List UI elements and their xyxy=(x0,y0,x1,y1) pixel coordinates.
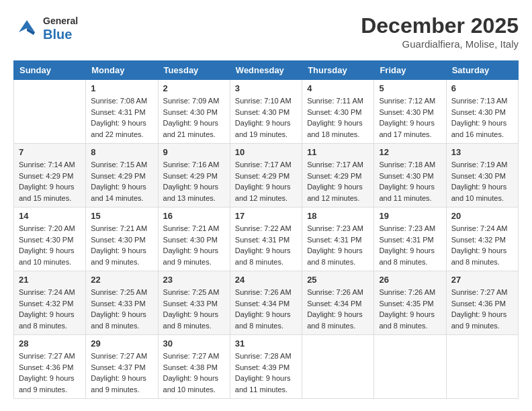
day-info: Sunrise: 7:10 AMSunset: 4:30 PMDaylight:… xyxy=(235,95,297,140)
calendar-cell: 3Sunrise: 7:10 AMSunset: 4:30 PMDaylight… xyxy=(230,80,302,144)
day-info: Sunrise: 7:22 AMSunset: 4:31 PMDaylight:… xyxy=(235,223,297,267)
day-info: Sunrise: 7:26 AMSunset: 4:34 PMDaylight:… xyxy=(307,287,369,331)
day-info: Sunrise: 7:24 AMSunset: 4:32 PMDaylight:… xyxy=(19,287,81,331)
calendar-cell: 5Sunrise: 7:12 AMSunset: 4:30 PMDaylight… xyxy=(374,80,446,144)
weekday-header: Wednesday xyxy=(230,61,302,80)
day-info: Sunrise: 7:23 AMSunset: 4:31 PMDaylight:… xyxy=(307,223,369,267)
calendar-cell: 9Sunrise: 7:16 AMSunset: 4:29 PMDaylight… xyxy=(158,144,230,208)
calendar-table: SundayMondayTuesdayWednesdayThursdayFrid… xyxy=(13,60,519,399)
calendar-cell xyxy=(446,335,518,399)
calendar-cell: 31Sunrise: 7:28 AMSunset: 4:39 PMDayligh… xyxy=(230,335,302,399)
day-number: 1 xyxy=(91,83,152,93)
calendar-cell: 4Sunrise: 7:11 AMSunset: 4:30 PMDaylight… xyxy=(302,80,374,144)
day-number: 13 xyxy=(451,147,513,157)
calendar-cell: 27Sunrise: 7:27 AMSunset: 4:36 PMDayligh… xyxy=(446,271,518,335)
calendar-cell: 8Sunrise: 7:15 AMSunset: 4:29 PMDaylight… xyxy=(86,144,158,208)
day-info: Sunrise: 7:19 AMSunset: 4:30 PMDaylight:… xyxy=(451,159,513,203)
calendar-cell xyxy=(374,335,446,399)
day-number: 29 xyxy=(91,338,152,349)
calendar-cell: 10Sunrise: 7:17 AMSunset: 4:29 PMDayligh… xyxy=(230,144,302,208)
day-number: 24 xyxy=(235,275,297,285)
weekday-header: Saturday xyxy=(446,61,518,80)
day-number: 31 xyxy=(235,338,297,349)
weekday-header: Tuesday xyxy=(158,61,230,80)
calendar-cell: 16Sunrise: 7:21 AMSunset: 4:30 PMDayligh… xyxy=(158,208,230,271)
weekday-header: Thursday xyxy=(302,61,374,80)
calendar-cell: 1Sunrise: 7:08 AMSunset: 4:31 PMDaylight… xyxy=(86,80,158,144)
day-info: Sunrise: 7:28 AMSunset: 4:39 PMDaylight:… xyxy=(235,351,297,395)
day-info: Sunrise: 7:08 AMSunset: 4:31 PMDaylight:… xyxy=(91,95,152,140)
calendar-cell: 29Sunrise: 7:27 AMSunset: 4:37 PMDayligh… xyxy=(86,335,158,399)
day-info: Sunrise: 7:13 AMSunset: 4:30 PMDaylight:… xyxy=(451,95,513,140)
day-number: 19 xyxy=(379,211,441,221)
calendar-cell: 25Sunrise: 7:26 AMSunset: 4:34 PMDayligh… xyxy=(302,271,374,335)
day-number: 17 xyxy=(235,211,297,221)
day-info: Sunrise: 7:26 AMSunset: 4:34 PMDaylight:… xyxy=(235,287,297,331)
calendar-cell: 28Sunrise: 7:27 AMSunset: 4:36 PMDayligh… xyxy=(14,335,86,399)
day-number: 30 xyxy=(163,338,225,349)
day-info: Sunrise: 7:17 AMSunset: 4:29 PMDaylight:… xyxy=(307,159,369,203)
logo-bird-icon xyxy=(13,13,40,44)
calendar-week-row: 14Sunrise: 7:20 AMSunset: 4:30 PMDayligh… xyxy=(14,208,519,271)
day-info: Sunrise: 7:23 AMSunset: 4:31 PMDaylight:… xyxy=(379,223,441,267)
calendar-cell: 23Sunrise: 7:25 AMSunset: 4:33 PMDayligh… xyxy=(158,271,230,335)
day-info: Sunrise: 7:21 AMSunset: 4:30 PMDaylight:… xyxy=(163,223,225,267)
day-number: 28 xyxy=(19,338,81,349)
day-info: Sunrise: 7:18 AMSunset: 4:30 PMDaylight:… xyxy=(379,159,441,203)
calendar-cell: 30Sunrise: 7:27 AMSunset: 4:38 PMDayligh… xyxy=(158,335,230,399)
logo-text: General Blue xyxy=(43,16,78,41)
day-info: Sunrise: 7:20 AMSunset: 4:30 PMDaylight:… xyxy=(19,223,81,267)
calendar-cell: 20Sunrise: 7:24 AMSunset: 4:32 PMDayligh… xyxy=(446,208,518,271)
day-number: 27 xyxy=(451,275,513,285)
day-info: Sunrise: 7:24 AMSunset: 4:32 PMDaylight:… xyxy=(451,223,513,267)
day-info: Sunrise: 7:15 AMSunset: 4:29 PMDaylight:… xyxy=(91,159,152,203)
day-number: 7 xyxy=(19,147,81,157)
day-info: Sunrise: 7:09 AMSunset: 4:30 PMDaylight:… xyxy=(163,95,225,140)
calendar-cell: 18Sunrise: 7:23 AMSunset: 4:31 PMDayligh… xyxy=(302,208,374,271)
day-number: 4 xyxy=(307,83,369,93)
day-info: Sunrise: 7:25 AMSunset: 4:33 PMDaylight:… xyxy=(91,287,152,331)
calendar-cell: 13Sunrise: 7:19 AMSunset: 4:30 PMDayligh… xyxy=(446,144,518,208)
day-info: Sunrise: 7:27 AMSunset: 4:36 PMDaylight:… xyxy=(19,351,81,395)
calendar-cell: 14Sunrise: 7:20 AMSunset: 4:30 PMDayligh… xyxy=(14,208,86,271)
day-info: Sunrise: 7:27 AMSunset: 4:36 PMDaylight:… xyxy=(451,287,513,331)
title-section: December 2025 Guardialfiera, Molise, Ita… xyxy=(361,13,519,50)
day-info: Sunrise: 7:27 AMSunset: 4:38 PMDaylight:… xyxy=(163,351,225,395)
calendar-week-row: 7Sunrise: 7:14 AMSunset: 4:29 PMDaylight… xyxy=(14,144,519,208)
calendar-cell: 19Sunrise: 7:23 AMSunset: 4:31 PMDayligh… xyxy=(374,208,446,271)
day-number: 15 xyxy=(91,211,152,221)
day-info: Sunrise: 7:21 AMSunset: 4:30 PMDaylight:… xyxy=(91,223,152,267)
calendar-cell: 6Sunrise: 7:13 AMSunset: 4:30 PMDaylight… xyxy=(446,80,518,144)
day-number: 21 xyxy=(19,275,81,285)
weekday-header: Friday xyxy=(374,61,446,80)
calendar-cell: 2Sunrise: 7:09 AMSunset: 4:30 PMDaylight… xyxy=(158,80,230,144)
day-info: Sunrise: 7:17 AMSunset: 4:29 PMDaylight:… xyxy=(235,159,297,203)
calendar-cell: 7Sunrise: 7:14 AMSunset: 4:29 PMDaylight… xyxy=(14,144,86,208)
day-info: Sunrise: 7:12 AMSunset: 4:30 PMDaylight:… xyxy=(379,95,441,140)
day-number: 26 xyxy=(379,275,441,285)
weekday-header: Sunday xyxy=(14,61,86,80)
calendar-cell: 17Sunrise: 7:22 AMSunset: 4:31 PMDayligh… xyxy=(230,208,302,271)
day-number: 16 xyxy=(163,211,225,221)
calendar-cell xyxy=(302,335,374,399)
day-info: Sunrise: 7:25 AMSunset: 4:33 PMDaylight:… xyxy=(163,287,225,331)
day-number: 11 xyxy=(307,147,369,157)
calendar-cell: 26Sunrise: 7:26 AMSunset: 4:35 PMDayligh… xyxy=(374,271,446,335)
day-info: Sunrise: 7:14 AMSunset: 4:29 PMDaylight:… xyxy=(19,159,81,203)
calendar-week-row: 28Sunrise: 7:27 AMSunset: 4:36 PMDayligh… xyxy=(14,335,519,399)
day-number: 18 xyxy=(307,211,369,221)
calendar-cell: 15Sunrise: 7:21 AMSunset: 4:30 PMDayligh… xyxy=(86,208,158,271)
day-info: Sunrise: 7:27 AMSunset: 4:37 PMDaylight:… xyxy=(91,351,152,395)
calendar-cell: 24Sunrise: 7:26 AMSunset: 4:34 PMDayligh… xyxy=(230,271,302,335)
calendar-cell: 22Sunrise: 7:25 AMSunset: 4:33 PMDayligh… xyxy=(86,271,158,335)
day-number: 9 xyxy=(163,147,225,157)
day-number: 8 xyxy=(91,147,152,157)
day-info: Sunrise: 7:16 AMSunset: 4:29 PMDaylight:… xyxy=(163,159,225,203)
day-number: 23 xyxy=(163,275,225,285)
calendar-week-row: 21Sunrise: 7:24 AMSunset: 4:32 PMDayligh… xyxy=(14,271,519,335)
day-number: 22 xyxy=(91,275,152,285)
day-info: Sunrise: 7:26 AMSunset: 4:35 PMDaylight:… xyxy=(379,287,441,331)
day-info: Sunrise: 7:11 AMSunset: 4:30 PMDaylight:… xyxy=(307,95,369,140)
location: Guardialfiera, Molise, Italy xyxy=(361,38,519,50)
calendar-week-row: 1Sunrise: 7:08 AMSunset: 4:31 PMDaylight… xyxy=(14,80,519,144)
